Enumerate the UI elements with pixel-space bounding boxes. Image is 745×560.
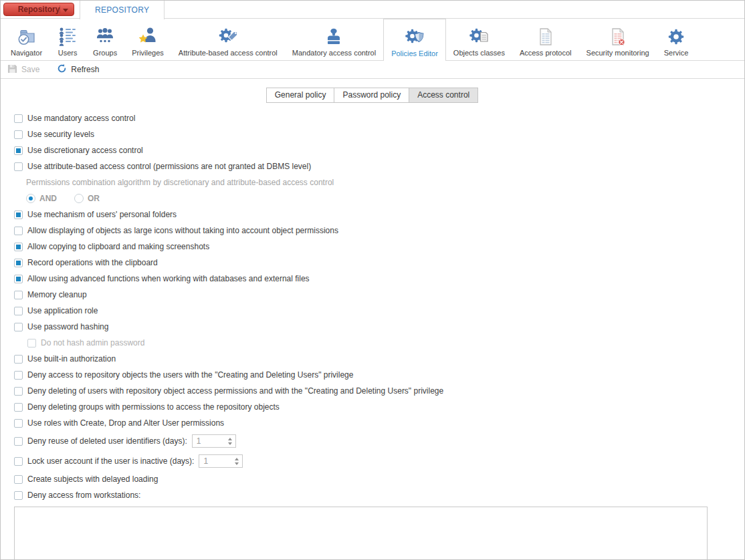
ribbon-item-service[interactable]: Service <box>657 19 696 60</box>
ribbon-item-users[interactable]: Users <box>49 19 86 60</box>
spinner <box>225 435 235 447</box>
checkbox-label[interactable]: Use roles with Create, Drop and Alter Us… <box>27 418 224 428</box>
checkbox-use-roles-with-create-drop-and-alter-user-permissions[interactable] <box>14 419 23 428</box>
checkbox-allow-using-advanced-functions-when-working-with-databases-and-external-files[interactable] <box>14 275 23 283</box>
ribbon-item-access-protocol[interactable]: Access protocol <box>512 19 579 60</box>
checkbox-label[interactable]: Use discretionary access control <box>27 146 143 155</box>
tab-repository[interactable]: REPOSITORY <box>80 1 165 19</box>
checkbox-label[interactable]: Use attribute-based access control (perm… <box>27 162 311 171</box>
checkbox-lock-user-account-if-the-user-is-inactive-days[interactable] <box>14 457 23 466</box>
refresh-button[interactable]: Refresh <box>57 63 99 76</box>
checkbox-deny-access-from-workstations[interactable] <box>14 491 23 500</box>
access-protocol-icon <box>535 24 556 49</box>
number-input-deny-reuse-of-deleted-user-identifiers-days: 1 <box>192 434 236 448</box>
radio-label-or: OR <box>88 194 100 203</box>
setting-row-use-roles-with-create-drop-and-alter-user-permissions: Use roles with Create, Drop and Alter Us… <box>14 418 744 428</box>
checkbox-allow-copying-to-clipboard-and-making-screenshots[interactable] <box>14 243 23 251</box>
checkbox-label[interactable]: Create subjects with delayed loading <box>27 474 158 484</box>
setting-row-deny-access-to-repository-objects-the-users-with-the-creating-and-deleting-users-privilege: Deny access to repository objects the us… <box>14 370 744 380</box>
ribbon-item-policies-editor[interactable]: Policies Editor <box>383 19 446 61</box>
checkbox-use-application-role[interactable] <box>14 307 23 315</box>
checkbox-use-built-in-authorization[interactable] <box>14 355 23 364</box>
spinner-down-icon <box>235 462 239 465</box>
policy-tab-password-policy[interactable]: Password policy <box>334 88 409 103</box>
ribbon-item-label: Access protocol <box>520 49 572 57</box>
checkbox-deny-access-to-repository-objects-the-users-with-the-creating-and-deleting-users-privilege[interactable] <box>14 371 23 380</box>
checkbox-use-mechanism-of-users-personal-folders[interactable] <box>14 211 23 219</box>
mandatory-access-control-icon <box>323 24 344 49</box>
ribbon-item-label: Attribute-based access control <box>179 49 278 57</box>
checkbox-use-security-levels[interactable] <box>14 130 23 139</box>
checkbox-label[interactable]: Deny access to repository objects the us… <box>27 370 353 380</box>
checkbox-label[interactable]: Use built-in authorization <box>27 354 116 364</box>
checkbox-label[interactable]: Deny deleting of users with repository o… <box>27 386 443 396</box>
setting-row-lock-user-account-if-the-user-is-inactive-days: Lock user account if the user is inactiv… <box>14 454 744 468</box>
security-monitoring-icon <box>607 24 629 49</box>
toolbar: Save Refresh <box>1 61 744 79</box>
checkbox-label[interactable]: Use mechanism of users' personal folders <box>27 210 177 219</box>
repository-menu-button[interactable]: Repository <box>3 3 74 16</box>
checkbox-label[interactable]: Allow copying to clipboard and making sc… <box>27 242 209 251</box>
setting-row-deny-deleting-groups-with-permissions-to-access-the-repository-objects: Deny deleting groups with permissions to… <box>14 402 744 412</box>
ribbon-item-label: Privileges <box>132 49 164 57</box>
ribbon-item-label: Policies Editor <box>391 49 438 57</box>
checkbox-create-subjects-with-delayed-loading[interactable] <box>14 475 23 484</box>
navigator-icon <box>16 24 37 49</box>
checkbox-deny-deleting-groups-with-permissions-to-access-the-repository-objects[interactable] <box>14 403 23 412</box>
tab-repository-label: REPOSITORY <box>95 5 149 15</box>
checkbox-use-password-hashing[interactable] <box>14 323 23 331</box>
ribbon-item-mandatory-access-control[interactable]: Mandatory access control <box>285 19 383 60</box>
checkbox-use-discretionary-access-control[interactable] <box>14 146 23 155</box>
ribbon-item-security-monitoring[interactable]: Security monitoring <box>579 19 657 60</box>
checkbox-label[interactable]: Memory cleanup <box>27 290 87 299</box>
policy-tab-access-control[interactable]: Access control <box>409 88 478 103</box>
ribbon: NavigatorUsersGroupsPrivilegesAttribute-… <box>1 19 744 61</box>
privileges-icon <box>137 24 158 49</box>
checkbox-label[interactable]: Use security levels <box>27 130 94 139</box>
checkbox-label[interactable]: Record operations with the clipboard <box>27 258 158 267</box>
ribbon-item-groups[interactable]: Groups <box>86 19 124 60</box>
checkbox-label[interactable]: Deny reuse of deleted user identifiers (… <box>27 436 187 446</box>
setting-row-memory-cleanup: Memory cleanup <box>14 290 744 299</box>
radio-or <box>74 194 84 203</box>
spinner <box>231 455 242 467</box>
setting-row-use-attribute-based-access-control-permissions-are-not-granted-at-dbms-level: Use attribute-based access control (perm… <box>14 162 744 171</box>
setting-row-allow-displaying-of-objects-as-large-icons-without-taking-into-account-object-permissions: Allow displaying of objects as large ico… <box>14 226 744 235</box>
setting-row-use-application-role: Use application role <box>14 306 744 315</box>
checkbox-label[interactable]: Deny deleting groups with permissions to… <box>27 402 280 412</box>
checkbox-label[interactable]: Use application role <box>27 306 98 315</box>
setting-row-allow-using-advanced-functions-when-working-with-databases-and-external-files: Allow using advanced functions when work… <box>14 274 744 283</box>
checkbox-label[interactable]: Allow displaying of objects as large ico… <box>27 226 338 235</box>
app-tab-bar: Repository REPOSITORY <box>1 1 744 19</box>
setting-row-use-password-hashing: Use password hashing <box>14 322 744 331</box>
save-button-label: Save <box>21 65 39 74</box>
ribbon-item-label: Mandatory access control <box>292 49 376 57</box>
spinner-down-icon <box>228 442 232 445</box>
checkbox-deny-deleting-of-users-with-repository-object-access-permissions-and-with-the-creating-and-deleting-users-privilege[interactable] <box>14 387 23 396</box>
spinner-up-icon <box>228 438 232 440</box>
policy-tab-general-policy[interactable]: General policy <box>266 88 335 103</box>
radio-label-and: AND <box>39 194 57 203</box>
service-icon <box>665 24 687 49</box>
deny-workstations-textarea[interactable] <box>14 507 708 560</box>
checkbox-allow-displaying-of-objects-as-large-icons-without-taking-into-account-object-permissions[interactable] <box>14 227 23 235</box>
ribbon-item-navigator[interactable]: Navigator <box>3 19 49 60</box>
settings-list: Use mandatory access controlUse security… <box>1 103 744 560</box>
ribbon-item-attribute-based-access-control[interactable]: Attribute-based access control <box>171 19 285 60</box>
attribute-based-access-control-icon <box>217 24 239 49</box>
checkbox-label[interactable]: Deny access from workstations: <box>27 491 140 500</box>
checkbox-label[interactable]: Allow using advanced functions when work… <box>27 274 310 283</box>
checkbox-deny-reuse-of-deleted-user-identifiers-days[interactable] <box>14 437 23 446</box>
button-divider <box>60 5 60 13</box>
checkbox-label[interactable]: Use password hashing <box>27 322 108 331</box>
checkbox-use-attribute-based-access-control-permissions-are-not-granted-at-dbms-level[interactable] <box>14 162 23 171</box>
checkbox-memory-cleanup[interactable] <box>14 291 23 299</box>
checkbox-use-mandatory-access-control[interactable] <box>14 114 23 123</box>
ribbon-item-privileges[interactable]: Privileges <box>124 19 171 60</box>
checkbox-label[interactable]: Lock user account if the user is inactiv… <box>27 456 194 466</box>
checkbox-label[interactable]: Use mandatory access control <box>27 114 135 123</box>
checkbox-record-operations-with-the-clipboard[interactable] <box>14 259 23 267</box>
setting-note-row: Permissions combination algorithm by dis… <box>14 178 744 187</box>
ribbon-item-objects-classes[interactable]: Objects classes <box>446 19 512 60</box>
radio-option-and: AND <box>26 194 57 203</box>
